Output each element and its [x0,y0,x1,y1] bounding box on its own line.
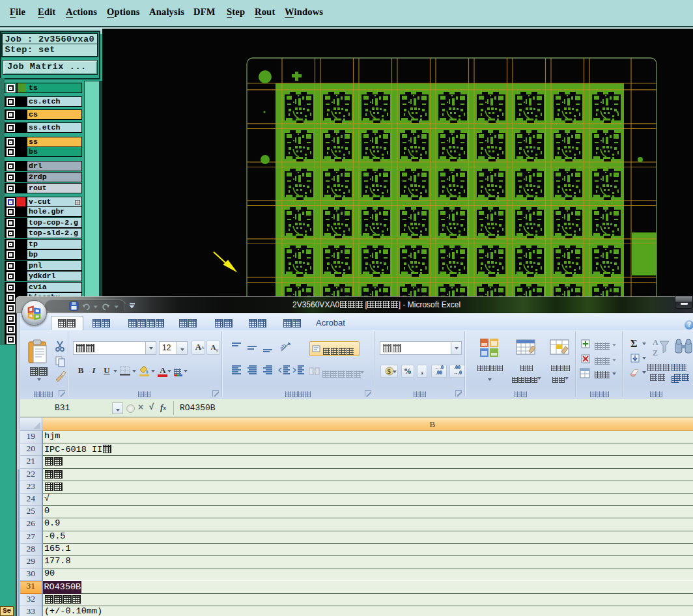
svg-text:ab: ab [279,343,287,352]
svg-text:Z: Z [653,348,658,357]
svg-text:A: A [653,338,658,347]
svg-text:$: $ [387,367,391,375]
